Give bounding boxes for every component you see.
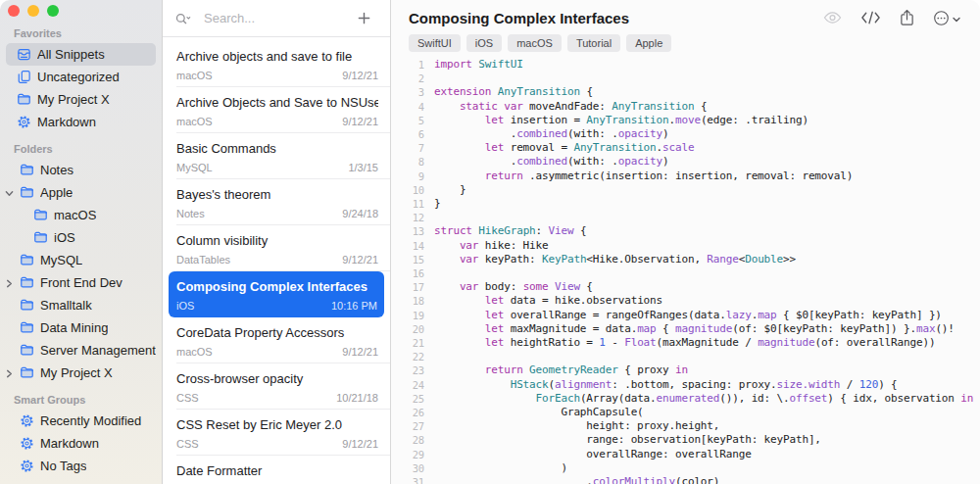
- tag-tutorial[interactable]: Tutorial: [567, 34, 620, 52]
- line-number: 2: [403, 72, 424, 85]
- code-editor[interactable]: 1import SwiftUI23extension AnyTransition…: [391, 52, 980, 484]
- share-icon[interactable]: [900, 9, 914, 26]
- sidebar-item-apple[interactable]: Apple: [6, 181, 156, 204]
- sidebar-item-mysql[interactable]: MySQL: [6, 249, 156, 271]
- folder-icon: [19, 275, 34, 291]
- list-item[interactable]: Archive Objects and Save to NSUserD…macO…: [163, 87, 390, 133]
- sidebar-item-no-tags[interactable]: No Tags: [6, 455, 156, 477]
- line-number: 18: [403, 294, 424, 308]
- sidebar-item-all-snippets[interactable]: All Snippets: [6, 43, 156, 66]
- tag-swiftui[interactable]: SwiftUI: [409, 34, 461, 52]
- list-item[interactable]: Archive objects and save to filemacOS9/1…: [163, 41, 390, 87]
- sidebar-item-data-mining[interactable]: Data Mining: [6, 316, 156, 339]
- code-line: 4 static var moveAndFade: AnyTransition …: [403, 100, 980, 114]
- sidebar-item-uncategorized[interactable]: Uncategorized: [6, 66, 156, 88]
- folder-icon: [19, 163, 34, 178]
- line-number: 20: [403, 322, 424, 336]
- folder-icon: [19, 253, 34, 268]
- code-line: 28 range: observation[keyPath: keyPath],: [403, 433, 980, 447]
- list-item[interactable]: Column visibilityDataTables9/12/21: [163, 225, 390, 271]
- code-line: 30 ): [403, 461, 980, 475]
- list-item[interactable]: Basic CommandsMySQL1/3/15: [163, 133, 390, 179]
- sidebar-item-label: Uncategorized: [37, 70, 120, 84]
- close-window-button[interactable]: [8, 5, 20, 17]
- tag-macos[interactable]: macOS: [508, 34, 562, 52]
- detail-header: Composing Complex Interfaces: [391, 0, 980, 52]
- code-line: 17 var body: some View {: [403, 280, 980, 294]
- list-item[interactable]: Composing Complex InterfacesiOS10:16 PM: [169, 271, 384, 317]
- folder-icon: [32, 230, 48, 246]
- list-item[interactable]: Date Formatter: [163, 456, 390, 484]
- sidebar-item-smalltalk[interactable]: Smalltalk: [6, 294, 156, 316]
- list-item[interactable]: CoreData Property AccessorsmacOS9/12/21: [163, 317, 390, 363]
- sidebar-item-notes[interactable]: Notes: [6, 159, 156, 181]
- preview-eye-icon[interactable]: [823, 11, 842, 24]
- sidebar-item-markdown[interactable]: Markdown: [6, 432, 156, 455]
- sidebar-item-front-end-dev[interactable]: Front End Dev: [6, 271, 156, 294]
- section-label: Smart Groups: [0, 390, 162, 410]
- sidebar-item-markdown[interactable]: Markdown: [6, 111, 156, 133]
- sidebar-item-label: Apple: [40, 185, 73, 200]
- sidebar-item-label: My Project X: [40, 365, 113, 380]
- tag-apple[interactable]: Apple: [626, 34, 671, 52]
- sidebar-item-label: Notes: [40, 163, 74, 177]
- search-icon[interactable]: [175, 11, 191, 26]
- line-number: 29: [403, 448, 424, 461]
- folder-icon: [19, 343, 34, 359]
- line-number: 3: [403, 85, 424, 99]
- search-input[interactable]: [204, 11, 349, 25]
- code-line: 27 height: proxy.height,: [403, 419, 980, 433]
- snippet-item-folder: iOS: [176, 300, 194, 312]
- line-number: 17: [403, 280, 424, 294]
- line-number: 21: [403, 336, 424, 350]
- snippet-item-title: Bayes's theorem: [176, 187, 378, 202]
- code-line: 6 .combined(with: .opacity): [403, 127, 980, 141]
- code-text: .combined(with: .opacity): [434, 155, 669, 169]
- code-text: var keyPath: KeyPath<Hike.Observation, R…: [434, 253, 796, 266]
- search-bar: [163, 0, 390, 37]
- snippet-list[interactable]: Archive objects and save to filemacOS9/1…: [163, 37, 390, 484]
- code-line: 15 var keyPath: KeyPath<Hike.Observation…: [403, 253, 980, 266]
- code-text: var body: some View {: [434, 280, 593, 294]
- sidebar-item-ios[interactable]: iOS: [6, 226, 156, 249]
- code-line: 14 var hike: Hike: [403, 239, 980, 253]
- code-view-icon[interactable]: [860, 11, 881, 24]
- list-item[interactable]: Bayes's theoremNotes9/24/18: [163, 179, 390, 225]
- chevron-down-icon[interactable]: [5, 188, 15, 198]
- minimize-window-button[interactable]: [27, 5, 39, 17]
- line-number: 23: [403, 363, 424, 377]
- gear-icon: [19, 436, 34, 452]
- section-label: Favorites: [0, 24, 162, 43]
- snippet-item-date: 9/24/18: [342, 208, 378, 219]
- list-item[interactable]: Cross-browser opacityCSS10/21/18: [163, 363, 390, 410]
- chevron-right-icon[interactable]: [5, 278, 15, 288]
- sidebar-item-my-project-x[interactable]: My Project X: [6, 88, 156, 111]
- section-label: Folders: [0, 139, 162, 159]
- snippet-item-folder: macOS: [176, 116, 213, 127]
- line-number: 26: [403, 406, 424, 419]
- code-text: .colorMultiply(color): [434, 475, 719, 484]
- add-snippet-button[interactable]: [356, 11, 371, 26]
- code-text: let removal = AnyTransition.scale: [434, 141, 694, 155]
- snippet-item-folder: DataTables: [176, 254, 230, 266]
- code-text: extension AnyTransition {: [434, 85, 593, 99]
- list-item[interactable]: CSS Reset by Eric Meyer 2.0CSS9/12/21: [163, 410, 390, 456]
- sidebar-item-server-management[interactable]: Server Management: [6, 339, 156, 362]
- code-line: 20 let maxMagnitude = data.map { magnitu…: [403, 322, 980, 336]
- line-number: 6: [403, 127, 424, 141]
- tag-ios[interactable]: iOS: [466, 34, 502, 52]
- code-text: }: [434, 197, 440, 211]
- code-text: range: observation[keyPath: keyPath],: [434, 433, 821, 447]
- sidebar-item-recently-modified[interactable]: Recently Modified: [6, 410, 156, 432]
- zoom-window-button[interactable]: [47, 5, 59, 17]
- chevron-right-icon[interactable]: [5, 368, 15, 378]
- sidebar-item-my-project-x[interactable]: My Project X: [6, 362, 156, 384]
- code-line: 18 let data = hike.observations: [403, 294, 980, 308]
- snippet-item-folder: Notes: [176, 208, 205, 219]
- line-number: 19: [403, 309, 424, 322]
- sidebar-item-label: macOS: [54, 208, 96, 222]
- sidebar-item-macos[interactable]: macOS: [6, 204, 156, 226]
- code-text: var hike: Hike: [434, 239, 549, 253]
- code-line: 26 GraphCapsule(: [403, 406, 980, 419]
- more-options-icon[interactable]: [933, 9, 960, 26]
